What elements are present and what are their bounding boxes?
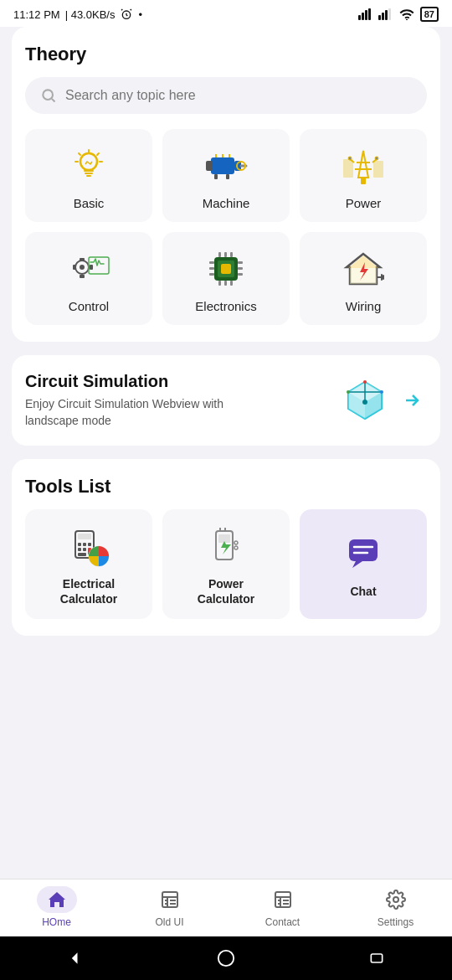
svg-line-14 — [97, 153, 99, 155]
svg-rect-23 — [214, 174, 218, 179]
svg-rect-59 — [230, 281, 233, 286]
svg-rect-4 — [368, 8, 371, 20]
svg-point-35 — [375, 157, 378, 160]
svg-rect-6 — [382, 13, 384, 20]
theory-item-electronics[interactable]: Electronics — [162, 232, 290, 325]
svg-rect-24 — [226, 174, 229, 179]
svg-rect-115 — [372, 954, 383, 962]
dot-indicator: • — [138, 8, 142, 21]
tool-item-chat[interactable]: Chat — [300, 509, 427, 618]
svg-rect-79 — [78, 543, 81, 546]
svg-marker-113 — [71, 952, 77, 963]
search-bar[interactable] — [25, 77, 427, 114]
svg-rect-50 — [209, 273, 214, 276]
theory-item-power[interactable]: Power — [300, 129, 427, 222]
svg-rect-43 — [90, 265, 93, 270]
svg-rect-28 — [361, 178, 366, 184]
circuit-3d-icon — [340, 375, 390, 426]
svg-rect-37 — [373, 161, 383, 178]
theory-item-basic[interactable]: Basic — [25, 129, 152, 222]
svg-point-73 — [363, 380, 367, 384]
control-label: Control — [69, 299, 109, 313]
old-ui-nav-icon-wrap — [150, 886, 190, 913]
settings-icon — [386, 890, 406, 910]
time-display: 11:12 PM — [13, 8, 60, 21]
android-recents-button[interactable] — [368, 950, 385, 967]
svg-rect-1 — [358, 15, 361, 20]
back-icon — [67, 950, 84, 967]
svg-point-72 — [362, 400, 367, 405]
svg-rect-42 — [73, 265, 76, 270]
svg-marker-94 — [352, 561, 362, 568]
svg-rect-58 — [224, 281, 227, 286]
machine-icon — [204, 144, 248, 188]
tools-list-title: Tools List — [25, 476, 427, 498]
svg-marker-97 — [49, 892, 65, 907]
svg-point-9 — [406, 19, 408, 20]
svg-point-92 — [234, 546, 238, 549]
settings-nav-icon-wrap — [376, 886, 416, 913]
electronics-label: Electronics — [195, 299, 256, 313]
basic-label: Basic — [74, 196, 105, 210]
nav-item-contact[interactable]: Contact — [226, 886, 339, 928]
svg-rect-3 — [365, 10, 367, 20]
home-nav-icon-wrap — [37, 886, 77, 913]
svg-rect-78 — [78, 534, 91, 539]
status-left: 11:12 PM | 43.0KB/s • — [13, 8, 142, 21]
svg-rect-7 — [385, 10, 388, 20]
svg-rect-55 — [224, 252, 227, 257]
svg-rect-41 — [80, 275, 85, 278]
circuit-arrow-button[interactable] — [397, 385, 427, 415]
nav-item-old-ui[interactable]: Old UI — [113, 886, 226, 928]
contact-icon — [273, 890, 293, 910]
svg-rect-80 — [83, 543, 86, 546]
circuit-right — [340, 375, 427, 426]
svg-rect-48 — [209, 261, 214, 264]
theory-title: Theory — [25, 44, 427, 65]
svg-point-10 — [43, 90, 53, 100]
android-home-button[interactable] — [217, 949, 235, 967]
circuit-simulation-section: Circuit Simulation Enjoy Circuit Simulat… — [12, 355, 440, 446]
theory-item-machine[interactable]: Machine — [162, 129, 290, 222]
tools-grid: ElectricalCalculator — [25, 509, 427, 618]
status-right: 87 — [358, 7, 439, 22]
svg-point-39 — [80, 265, 85, 270]
tool-item-electrical-calculator[interactable]: ElectricalCalculator — [25, 509, 152, 618]
svg-rect-18 — [211, 157, 234, 174]
battery-icon: 87 — [420, 7, 439, 22]
theory-grid: Basic — [25, 129, 427, 325]
status-bar: 11:12 PM | 43.0KB/s • — [0, 0, 452, 27]
contact-nav-label: Contact — [265, 916, 300, 928]
svg-rect-36 — [343, 159, 353, 178]
power-label: Power — [346, 196, 382, 210]
wiring-label: Wiring — [346, 299, 382, 313]
nav-item-settings[interactable]: Settings — [339, 886, 452, 928]
search-input[interactable] — [65, 88, 412, 103]
svg-rect-2 — [362, 13, 364, 20]
nav-item-home[interactable]: HOme — [0, 886, 113, 928]
basic-icon — [67, 144, 110, 188]
signal-icon-1 — [358, 8, 373, 20]
old-ui-icon — [160, 890, 180, 910]
network-speed: | 43.0KB/s — [65, 8, 116, 21]
svg-point-75 — [380, 390, 383, 394]
android-home-icon — [217, 949, 235, 967]
contact-nav-icon-wrap — [263, 886, 303, 913]
svg-point-74 — [347, 390, 350, 394]
tool-item-power-calculator[interactable]: PowerCalculator — [162, 509, 290, 618]
svg-rect-40 — [80, 258, 85, 261]
svg-rect-8 — [388, 8, 391, 20]
svg-rect-51 — [238, 261, 243, 264]
svg-rect-81 — [88, 543, 91, 546]
svg-rect-82 — [78, 548, 81, 551]
svg-rect-52 — [238, 267, 243, 270]
svg-rect-85 — [78, 553, 86, 556]
theory-item-control[interactable]: Control — [25, 232, 152, 325]
power-calculator-icon — [204, 524, 248, 568]
home-nav-label: HOme — [42, 916, 71, 928]
signal-icon-2 — [378, 8, 393, 20]
settings-nav-label: Settings — [378, 916, 413, 928]
svg-rect-20 — [206, 161, 213, 171]
theory-item-wiring[interactable]: Wiring — [300, 232, 427, 325]
android-back-button[interactable] — [67, 950, 84, 967]
